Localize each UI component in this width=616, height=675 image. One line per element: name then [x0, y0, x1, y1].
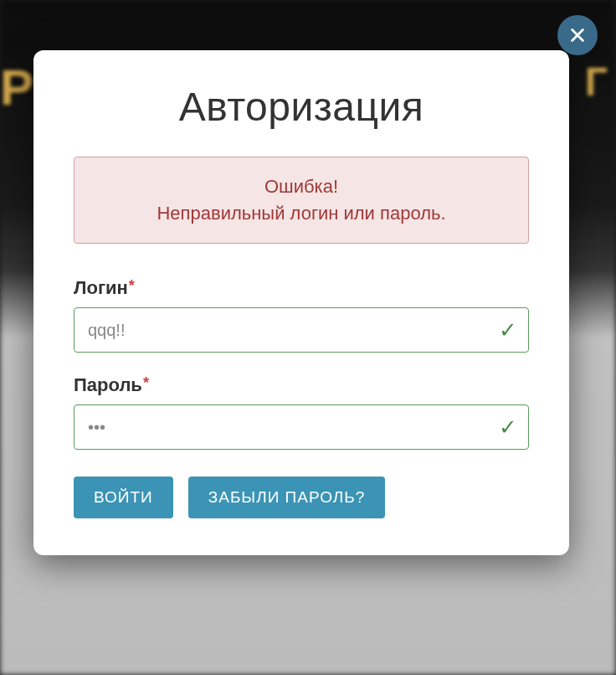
required-mark: * [143, 374, 149, 391]
login-input-wrap: ✓ [74, 307, 529, 353]
button-row: ВОЙТИ ЗАБЫЛИ ПАРОЛЬ? [74, 477, 529, 518]
background-text-right: Г [585, 59, 608, 105]
forgot-password-button[interactable]: ЗАБЫЛИ ПАРОЛЬ? [188, 477, 386, 518]
close-button[interactable] [557, 15, 598, 55]
password-label: Пароль* [74, 374, 529, 396]
error-alert: Ошибка! Неправильный логин или пароль. [74, 157, 529, 244]
login-input[interactable] [74, 307, 529, 353]
password-group: Пароль* ✓ [74, 374, 529, 450]
close-icon [568, 26, 587, 44]
auth-modal: Авторизация Ошибка! Неправильный логин и… [33, 50, 569, 555]
required-mark: * [129, 277, 135, 294]
modal-title: Авторизация [74, 84, 529, 130]
login-label-text: Логин [74, 277, 128, 298]
background-text-left: Р [0, 59, 33, 116]
login-label: Логин* [74, 277, 529, 299]
password-input-wrap: ✓ [74, 404, 529, 450]
error-title: Ошибка! [91, 176, 511, 198]
password-label-text: Пароль [74, 374, 142, 395]
error-message: Неправильный логин или пароль. [91, 203, 511, 224]
password-input[interactable] [74, 404, 529, 450]
submit-button[interactable]: ВОЙТИ [74, 477, 173, 518]
login-group: Логин* ✓ [74, 277, 529, 353]
